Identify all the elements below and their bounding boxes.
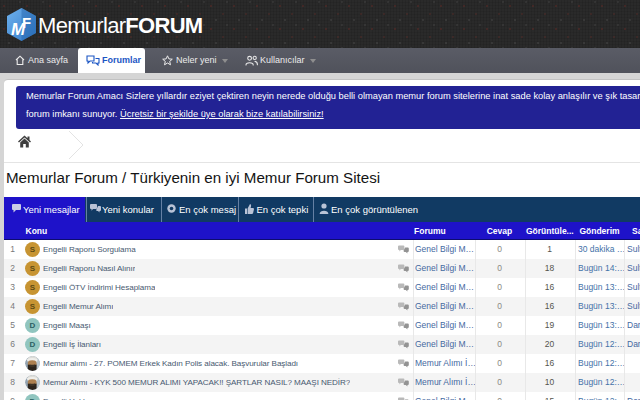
svg-text:F: F bbox=[22, 14, 31, 31]
